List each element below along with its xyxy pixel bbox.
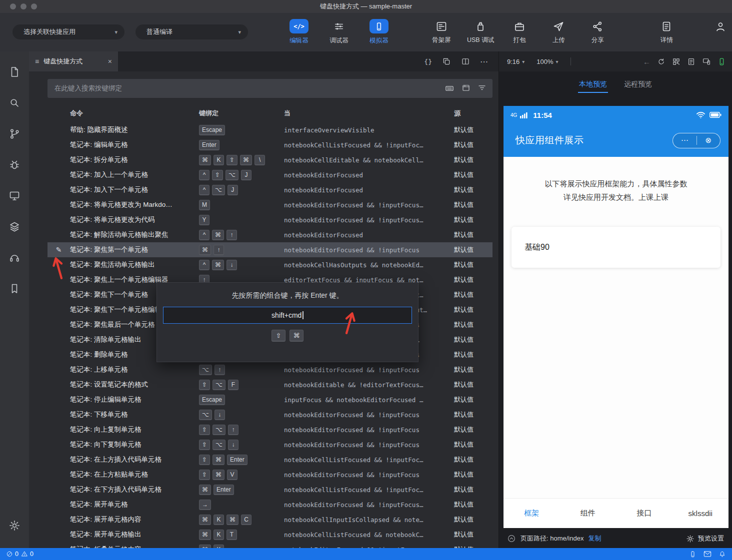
editor-tabbar: ≡ 键盘快捷方式 × {} ⋯ [29,51,498,71]
table-row[interactable]: 笔记本: 将单元格更改为代码 Y notebookEditorFocused &… [48,212,492,227]
skeleton-screen-button[interactable]: 骨架屏 [428,20,455,44]
nav-components[interactable]: 组件 [560,509,616,518]
debug-button[interactable] [0,149,29,180]
preview-settings-button[interactable]: 预览设置 [686,534,724,543]
open-keybindings-json-button[interactable]: {} [424,58,432,65]
source-control-button[interactable] [0,118,29,149]
table-row[interactable]: 笔记本: 在下方插入代码单元格 ⌘Enter notebookCellListF… [48,482,492,497]
row-source: 默认值 [454,455,492,464]
mail-icon[interactable] [704,551,712,558]
back-arrow-icon[interactable]: ← [643,57,650,66]
explorer-button[interactable] [0,56,29,87]
nav-custom[interactable]: sklssdii [672,509,729,518]
device-view-button[interactable] [0,180,29,211]
warnings-indicator[interactable]: 0 [21,551,34,558]
header-keybinding[interactable]: 键绑定 [199,109,284,118]
zoom-select[interactable]: 100%▾ [536,58,558,65]
screen-mirror-icon[interactable] [702,57,711,66]
aspect-ratio-select[interactable]: 9:16▾ [507,58,524,65]
close-app-button[interactable]: ⊗ [697,136,720,145]
row-source: 默认值 [454,350,492,359]
table-row[interactable]: 笔记本: 设置笔记本的格式 ⇧⌥F notebookEditable && !e… [48,377,492,392]
more-actions-button[interactable]: ⋯ [480,57,488,66]
table-row[interactable]: ✎ 笔记本: 聚焦第一个单元格 ⌘↑ notebookEditorFocused… [48,242,492,257]
remote-device-icon[interactable] [689,551,696,558]
keybinding-input[interactable]: shift+cmd [163,307,412,324]
table-row[interactable]: 笔记本: 折叠单元格内容 ⌘K notebookEditorFocused &&… [48,542,492,548]
split-editor-button[interactable] [461,57,470,66]
tab-remote-preview[interactable]: 远程预览 [623,77,653,93]
basic-card[interactable]: 基础90 [512,227,720,268]
tab-keyboard-shortcuts[interactable]: ≡ 键盘快捷方式 × [29,51,118,71]
table-row[interactable]: 笔记本: 解除活动单元格输出聚焦 ^⌘↑ notebookEditorFocus… [48,227,492,242]
table-row[interactable]: 笔记本: 在上方粘贴单元格 ⇧⌘V notebookEditorFocused … [48,467,492,482]
run-on-device-icon[interactable] [718,57,726,66]
statusbar-right-icons [689,551,726,558]
debugger-mode-button[interactable]: 调试器 [324,19,354,45]
row-keybinding: ⌘K⌘C [199,515,284,525]
more-menu-button[interactable]: ⋯ [673,136,696,145]
collapse-icon[interactable] [507,534,516,543]
table-row[interactable]: 笔记本: 拆分单元格 ⌘K⇧⌘\ notebookCellEditable &&… [48,152,492,167]
record-keys-icon[interactable] [444,83,454,93]
copy-path-button[interactable]: 复制 [588,534,601,543]
table-row[interactable]: 笔记本: 加入上一个单元格 ^⇧⌥J notebookEditorFocused… [48,167,492,182]
build-mode-select-label: 普通编译 [146,27,172,36]
upload-button[interactable]: 上传 [545,20,572,44]
page-path-label: 页面路径: home/index [520,534,584,543]
table-row[interactable]: 笔记本: 停止编辑单元格 Escape inputFocus && notebo… [48,392,492,407]
search-button[interactable] [0,87,29,118]
build-mode-select[interactable]: 普通编译 ▾ [136,24,248,39]
row-source: 默认值 [454,485,492,494]
related-app-select[interactable]: 选择关联快捷应用 ▾ [12,24,124,39]
editor-mode-label: 编辑器 [290,36,308,45]
settings-button[interactable] [0,510,29,541]
table-row[interactable]: 笔记本: 加入下一个单元格 ^⌥J notebookEditorFocused … [48,182,492,197]
tab-close-icon[interactable]: × [108,57,112,65]
support-button[interactable] [0,242,29,273]
table-row[interactable]: 笔记本: 上移单元格 ⌥↑ notebookEditorFocused && !… [48,362,492,377]
scan-preview-icon[interactable] [687,57,696,66]
errors-indicator[interactable]: 0 [6,551,18,558]
table-row[interactable]: 帮助: 隐藏界面概述 Escape interfaceOverviewVisib… [48,122,492,137]
row-when: notebookEditorFocused && !inputFocus [284,471,454,479]
nav-api[interactable]: 接口 [616,509,672,518]
preview-tabs: 本地预览 远程预览 [499,71,732,98]
close-window-button[interactable] [10,3,16,9]
table-row[interactable]: 笔记本: 向下复制单元格 ⇧⌥↓ notebookEditorFocused &… [48,437,492,452]
bell-icon[interactable] [718,551,726,558]
table-row[interactable]: 笔记本: 编辑单元格 Enter notebookCellListFocused… [48,137,492,152]
header-when[interactable]: 当 [284,109,454,118]
nav-framework[interactable]: 框架 [504,509,560,518]
clear-filter-icon[interactable] [478,83,486,93]
minimize-window-button[interactable] [20,3,26,9]
keybinding-search-input[interactable]: 在此键入搜索按键绑定 [48,79,492,98]
editor-mode-button[interactable]: </> 编辑器 [284,19,314,45]
table-row[interactable]: 笔记本: 展开单元格内容 ⌘K⌘C notebookCellInputIsCol… [48,512,492,527]
copy-icon[interactable] [442,57,451,66]
usb-debug-button[interactable]: USB 调试 [467,20,494,44]
qr-code-icon[interactable] [672,57,680,66]
zoom-window-button[interactable] [31,3,37,9]
table-row[interactable]: 笔记本: 聚焦活动单元格输出 ^⌘↓ notebookCellHasOutput… [48,257,492,272]
account-button[interactable] [707,20,732,33]
simulator-mode-button[interactable]: 模拟器 [364,19,394,45]
share-button[interactable]: 分享 [584,20,611,44]
header-command[interactable]: 命令 [70,109,199,118]
bookmark-button[interactable] [0,273,29,304]
table-row[interactable]: 笔记本: 在上方插入代码单元格 ⇧⌘Enter notebookCellList… [48,452,492,467]
table-row[interactable]: 笔记本: 向上复制单元格 ⇧⌥↑ notebookEditorFocused &… [48,422,492,437]
header-source[interactable]: 源 [454,109,492,118]
table-row[interactable]: 笔记本: 下移单元格 ⌥↓ notebookEditorFocused && !… [48,407,492,422]
extensions-button[interactable] [0,211,29,242]
row-command: 笔记本: 下移单元格 [70,410,199,419]
tab-local-preview[interactable]: 本地预览 [578,77,608,93]
detail-button[interactable]: 详情 [653,20,680,44]
refresh-icon[interactable] [657,57,666,66]
row-edit-pencil-icon[interactable]: ✎ [48,246,70,254]
table-row[interactable]: 笔记本: 展开单元格 → notebookEditorFocused && !i… [48,497,492,512]
table-row[interactable]: 笔记本: 展开单元格输出 ⌘KT notebookCellListFocused… [48,527,492,542]
table-row[interactable]: 笔记本: 将单元格更改为 Markdo… M notebookEditorFoc… [48,197,492,212]
sort-precedence-icon[interactable] [462,83,470,93]
package-button[interactable]: 打包 [506,20,533,44]
